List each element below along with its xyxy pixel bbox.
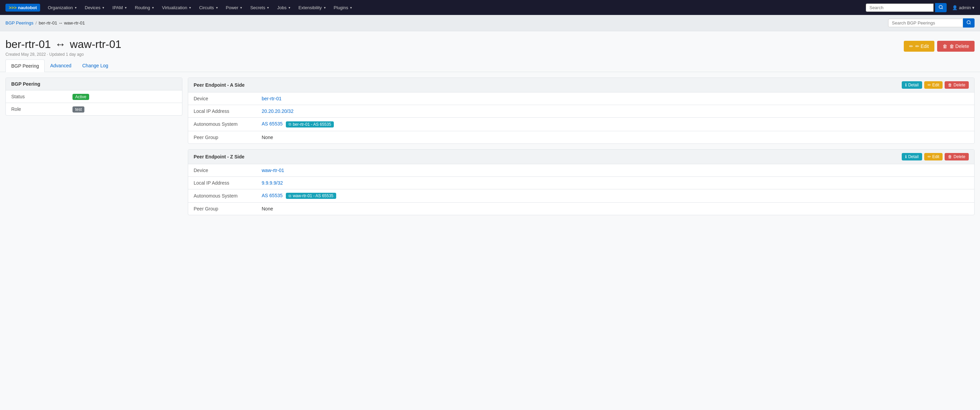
nav-plugins[interactable]: Plugins▾ bbox=[331, 3, 356, 12]
peer-a-delete-button[interactable]: 🗑 Delete bbox=[945, 81, 969, 89]
breadcrumb-current: ber-rtr-01 ↔ waw-rtr-01 bbox=[39, 21, 85, 25]
field-device-z-value: waw-rtr-01 bbox=[256, 164, 974, 177]
device-z-link[interactable]: waw-rtr-01 bbox=[262, 168, 284, 173]
brand-arrows: >>> bbox=[9, 5, 17, 10]
navbar-user[interactable]: 👤 admin ▾ bbox=[952, 5, 975, 10]
status-badge: Active bbox=[73, 94, 89, 100]
field-local-ip-a-value: 20.20.20.20/32 bbox=[256, 105, 974, 118]
devices-dropdown-arrow: ▾ bbox=[102, 6, 104, 9]
table-row: Autonomous System AS 65535 ⧉ waw-rtr-01 … bbox=[188, 189, 974, 203]
table-row: Device ber-rtr-01 bbox=[188, 92, 974, 105]
breadcrumb-parent-link[interactable]: BGP Peerings bbox=[5, 21, 33, 25]
tab-change-log[interactable]: Change Log bbox=[77, 60, 114, 72]
peer-a-edit-button[interactable]: ✏ Edit bbox=[924, 81, 943, 89]
pencil-icon-a: ✏ bbox=[928, 82, 931, 87]
table-row: Status Active bbox=[6, 90, 182, 103]
breadcrumb-search-area bbox=[888, 18, 975, 27]
peer-endpoint-z-actions: ℹ Detail ✏ Edit 🗑 Delete bbox=[902, 153, 969, 160]
peer-endpoint-a-actions: ℹ Detail ✏ Edit 🗑 Delete bbox=[902, 81, 969, 89]
breadcrumb-search-button[interactable] bbox=[963, 18, 975, 27]
title-arrow: ↔ bbox=[55, 38, 66, 51]
table-row: Role test bbox=[6, 103, 182, 116]
peer-z-edit-button[interactable]: ✏ Edit bbox=[924, 153, 943, 160]
as-a-badge: ⧉ ber-rtr-01 - AS 65535 bbox=[286, 121, 334, 128]
left-panel: BGP Peering Status Active Role test bbox=[5, 78, 182, 215]
as-a-link[interactable]: AS 65535 bbox=[262, 121, 283, 127]
bgp-peering-card: BGP Peering Status Active Role test bbox=[5, 78, 182, 116]
peer-a-detail-button[interactable]: ℹ Detail bbox=[902, 81, 922, 89]
local-ip-a-link[interactable]: 20.20.20.20/32 bbox=[262, 108, 293, 114]
field-as-a-value: AS 65535 ⧉ ber-rtr-01 - AS 65535 bbox=[256, 118, 974, 131]
trash-icon-z: 🗑 bbox=[948, 154, 952, 159]
copy-icon-a: ⧉ bbox=[288, 122, 291, 127]
breadcrumb: BGP Peerings / ber-rtr-01 ↔ waw-rtr-01 bbox=[5, 21, 85, 25]
tab-bgp-peering[interactable]: BGP Peering bbox=[5, 60, 45, 72]
field-peer-group-z-value: None bbox=[256, 203, 974, 215]
table-row: Peer Group None bbox=[188, 203, 974, 215]
nav-virtualization[interactable]: Virtualization▾ bbox=[159, 3, 194, 12]
pencil-icon: ✏ bbox=[909, 44, 913, 49]
navbar-search-area bbox=[865, 3, 947, 12]
field-local-ip-z-label: Local IP Address bbox=[188, 176, 256, 189]
nav-secrets[interactable]: Secrets▾ bbox=[247, 3, 272, 12]
edit-button[interactable]: ✏ ✏ Edit bbox=[904, 41, 934, 52]
tab-advanced[interactable]: Advanced bbox=[45, 60, 76, 72]
table-row: Peer Group None bbox=[188, 131, 974, 144]
svg-point-2 bbox=[967, 21, 970, 24]
pencil-icon-z: ✏ bbox=[928, 154, 931, 159]
peer-endpoint-a-table: Device ber-rtr-01 Local IP Address 20.20… bbox=[188, 92, 974, 144]
field-as-z-value: AS 65535 ⧉ waw-rtr-01 - AS 65535 bbox=[256, 189, 974, 203]
field-device-z-label: Device bbox=[188, 164, 256, 177]
routing-dropdown-arrow: ▾ bbox=[152, 6, 154, 9]
org-dropdown-arrow: ▾ bbox=[75, 6, 76, 9]
secrets-dropdown-arrow: ▾ bbox=[267, 6, 269, 9]
local-ip-z-link[interactable]: 9.9.9.9/32 bbox=[262, 180, 283, 186]
peer-endpoint-a-header: Peer Endpoint - A Side ℹ Detail ✏ Edit 🗑… bbox=[188, 78, 974, 92]
title-left: ber-rtr-01 bbox=[5, 38, 51, 51]
peer-endpoint-z-header: Peer Endpoint - Z Side ℹ Detail ✏ Edit 🗑… bbox=[188, 150, 974, 164]
nav-ipam[interactable]: IPAM▾ bbox=[109, 3, 130, 12]
field-peer-group-a-label: Peer Group bbox=[188, 131, 256, 144]
peer-endpoint-z-card: Peer Endpoint - Z Side ℹ Detail ✏ Edit 🗑… bbox=[188, 149, 975, 215]
breadcrumb-search-input[interactable] bbox=[888, 19, 963, 27]
field-peer-group-a-value: None bbox=[256, 131, 974, 144]
ipam-dropdown-arrow: ▾ bbox=[125, 6, 127, 9]
field-peer-group-z-label: Peer Group bbox=[188, 203, 256, 215]
field-local-ip-a-label: Local IP Address bbox=[188, 105, 256, 118]
field-as-a-label: Autonomous System bbox=[188, 118, 256, 131]
navbar-search-input[interactable] bbox=[865, 3, 934, 12]
table-row: Local IP Address 20.20.20.20/32 bbox=[188, 105, 974, 118]
content-area: BGP Peering Status Active Role test bbox=[0, 72, 980, 221]
nav-circuits[interactable]: Circuits▾ bbox=[196, 3, 221, 12]
user-icon: 👤 bbox=[952, 5, 958, 10]
navbar-brand[interactable]: >>> nautobot bbox=[5, 4, 40, 11]
table-row: Autonomous System AS 65535 ⧉ ber-rtr-01 … bbox=[188, 118, 974, 131]
navbar-search-button[interactable] bbox=[935, 3, 947, 12]
as-z-badge: ⧉ waw-rtr-01 - AS 65535 bbox=[286, 193, 336, 199]
nav-jobs[interactable]: Jobs▾ bbox=[274, 3, 293, 12]
table-row: Local IP Address 9.9.9.9/32 bbox=[188, 176, 974, 189]
peer-z-delete-button[interactable]: 🗑 Delete bbox=[945, 153, 969, 160]
nav-power[interactable]: Power▾ bbox=[223, 3, 246, 12]
nav-organization[interactable]: Organization▾ bbox=[44, 3, 80, 12]
page-title: ber-rtr-01 ↔ waw-rtr-01 bbox=[5, 38, 121, 51]
device-a-link[interactable]: ber-rtr-01 bbox=[262, 96, 282, 101]
as-z-link[interactable]: AS 65535 bbox=[262, 193, 283, 198]
field-role-label: Role bbox=[6, 103, 67, 116]
svg-line-1 bbox=[942, 8, 943, 9]
navbar: >>> nautobot Organization▾ Devices▾ IPAM… bbox=[0, 0, 980, 15]
delete-button[interactable]: 🗑 🗑 Delete bbox=[937, 41, 975, 52]
page-header: ber-rtr-01 ↔ waw-rtr-01 Created May 28, … bbox=[0, 31, 980, 60]
nav-routing[interactable]: Routing▾ bbox=[131, 3, 157, 12]
tabs-bar: BGP Peering Advanced Change Log bbox=[0, 60, 980, 72]
circuits-dropdown-arrow: ▾ bbox=[216, 6, 218, 9]
peer-z-detail-button[interactable]: ℹ Detail bbox=[902, 153, 922, 160]
plugins-dropdown-arrow: ▾ bbox=[350, 6, 352, 9]
nav-extensibility[interactable]: Extensibility▾ bbox=[295, 3, 329, 12]
brand-name: nautobot bbox=[18, 5, 37, 10]
action-buttons: ✏ ✏ Edit 🗑 🗑 Delete bbox=[904, 38, 975, 52]
field-status-label: Status bbox=[6, 90, 67, 103]
nav-devices[interactable]: Devices▾ bbox=[81, 3, 108, 12]
table-row: Device waw-rtr-01 bbox=[188, 164, 974, 177]
role-badge: test bbox=[73, 106, 84, 112]
